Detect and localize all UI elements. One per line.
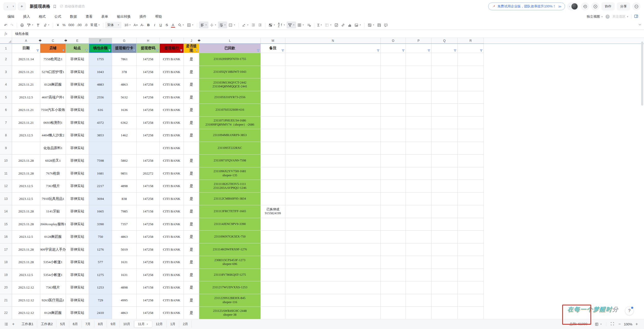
cell-R3[interactable]: [458, 66, 484, 79]
cell-P6[interactable]: [406, 104, 431, 117]
cell-H4[interactable]: 147258: [137, 78, 160, 91]
header-cell-A[interactable]: 日期: [12, 44, 40, 53]
cell-H9[interactable]: [137, 142, 160, 155]
cell-L18[interactable]: 2308315CFS453F-1273 shopee-696: [199, 256, 261, 269]
cell-C18[interactable]: 5354小帐篷1: [40, 256, 66, 269]
cell-F13[interactable]: 3694: [89, 193, 112, 205]
cell-M16[interactable]: [261, 231, 285, 243]
cell-Q2[interactable]: [431, 53, 458, 66]
cell-J10[interactable]: 是: [184, 155, 199, 167]
cell-H2[interactable]: 147258: [137, 53, 160, 66]
cell-M17[interactable]: [261, 243, 285, 256]
cell-N20[interactable]: [285, 281, 381, 294]
filter-button[interactable]: ▼: [287, 22, 296, 28]
header-cell-Q[interactable]: [431, 44, 458, 53]
grid-view-button[interactable]: ▼: [595, 322, 602, 326]
add-sheet-button[interactable]: +: [10, 321, 17, 328]
cell-A13[interactable]: 2023.12.5: [12, 193, 40, 205]
back-button[interactable]: ‹: [4, 3, 11, 10]
cell-G8[interactable]: 1462: [112, 129, 137, 142]
cell-M15[interactable]: [261, 218, 285, 231]
cell-I17[interactable]: CITI BANK: [160, 243, 184, 256]
sheet-tab-5月[interactable]: 5月: [56, 321, 69, 328]
text-wrap-button[interactable]: ▼: [218, 22, 227, 28]
more-options-button[interactable]: [632, 2, 640, 11]
cell-F18[interactable]: 577: [89, 256, 112, 269]
cell-Q9[interactable]: [431, 142, 458, 155]
hidden-column-marker[interactable]: [198, 39, 200, 42]
cell-C16[interactable]: 0128舞蹈服: [40, 231, 66, 243]
sheet-tab-7月[interactable]: 7月: [82, 321, 94, 328]
cell-F21[interactable]: 729: [89, 294, 112, 307]
cell-R8[interactable]: [458, 129, 484, 142]
cell-R2[interactable]: [458, 53, 484, 66]
cell-L10[interactable]: 23110971FQVAN9-7598: [199, 155, 261, 167]
column-letter-O[interactable]: O: [381, 38, 406, 44]
menu-data[interactable]: 数据: [66, 14, 81, 19]
cell-E14[interactable]: 菲律宾站: [66, 205, 89, 218]
cell-C8[interactable]: 4404懒人沙发2: [40, 129, 66, 142]
merge-cells-button[interactable]: ▼: [227, 22, 237, 28]
cell-A18[interactable]: 2023.11.28: [12, 256, 40, 269]
cell-N3[interactable]: [285, 66, 381, 79]
cell-N17[interactable]: [285, 243, 381, 256]
cell-Q8[interactable]: [431, 129, 458, 142]
cell-J7[interactable]: 是: [184, 117, 199, 129]
cell-F16[interactable]: 750: [89, 231, 112, 243]
fit-screen-button[interactable]: [610, 322, 614, 327]
cell-C19[interactable]: 5354小帐篷1: [40, 269, 66, 282]
cell-F2[interactable]: 1755: [89, 53, 112, 66]
cell-M12[interactable]: [261, 180, 285, 193]
cell-H22[interactable]: 147258: [137, 307, 160, 319]
cell-N13[interactable]: [285, 193, 381, 205]
cell-E12[interactable]: 菲律宾站: [66, 180, 89, 193]
cell-H8[interactable]: 147258: [137, 129, 160, 142]
cell-O21[interactable]: [381, 294, 406, 307]
filter-icon[interactable]: [402, 49, 405, 52]
cell-I8[interactable]: CITI BANK: [160, 129, 184, 142]
cell-O15[interactable]: [381, 218, 406, 231]
cell-G16[interactable]: 4863: [112, 231, 137, 243]
filter-icon[interactable]: [454, 49, 457, 52]
cell-C20[interactable]: 7363镜片: [40, 281, 66, 294]
sheet-tab-11月[interactable]: 11月▼: [134, 321, 152, 328]
cell-I20[interactable]: CITI BANK: [160, 281, 184, 294]
cell-O4[interactable]: [381, 78, 406, 91]
row-number-18[interactable]: 18: [0, 256, 12, 269]
sheet-tab-工作表1[interactable]: 工作表1: [18, 321, 37, 328]
cell-H13[interactable]: 147258: [137, 193, 160, 205]
cell-L21[interactable]: 2311229N12BEHX-845 shopee-116: [199, 294, 261, 307]
sheet-tab-8月[interactable]: 8月: [94, 321, 107, 328]
cell-P21[interactable]: [406, 294, 431, 307]
cell-N7[interactable]: [285, 117, 381, 129]
cell-L15[interactable]: 231114JENC9PV9-3390: [199, 218, 261, 231]
share-button[interactable]: 分享: [617, 2, 630, 11]
cell-R6[interactable]: [458, 104, 484, 117]
cell-P19[interactable]: [406, 269, 431, 282]
row-number-15[interactable]: 15: [0, 218, 12, 231]
cell-F15[interactable]: 3390: [89, 218, 112, 231]
cell-P10[interactable]: [406, 155, 431, 167]
cell-G2[interactable]: 7861: [112, 53, 137, 66]
row-number-22[interactable]: 22: [0, 307, 12, 319]
font-color-button[interactable]: A: [170, 22, 176, 28]
avatar[interactable]: [571, 3, 578, 10]
menu-plugins[interactable]: 插件: [135, 14, 151, 19]
cell-L11[interactable]: 2311096X2YV75H-1681 shopee-135: [199, 167, 261, 180]
cell-F22[interactable]: 2410: [89, 307, 112, 319]
insert-link-button[interactable]: [340, 22, 346, 28]
hidden-column-marker[interactable]: [64, 39, 67, 42]
underline-button[interactable]: U: [158, 22, 164, 28]
cell-J9[interactable]: [184, 142, 199, 155]
header-cell-G[interactable]: 提现银行卡: [112, 44, 137, 53]
cell-J12[interactable]: 是: [184, 180, 199, 193]
cell-P3[interactable]: [406, 66, 431, 79]
sheet-tab-1月[interactable]: 1月: [167, 321, 179, 328]
cell-H17[interactable]: 147258: [137, 243, 160, 256]
filter-icon[interactable]: [156, 49, 159, 52]
cell-N18[interactable]: [285, 256, 381, 269]
row-number-21[interactable]: 21: [0, 294, 12, 307]
bookmark-icon[interactable]: [53, 5, 57, 8]
sum-indicator[interactable]: 总和: 61090 ▼: [570, 322, 591, 326]
cell-M2[interactable]: [261, 53, 285, 66]
